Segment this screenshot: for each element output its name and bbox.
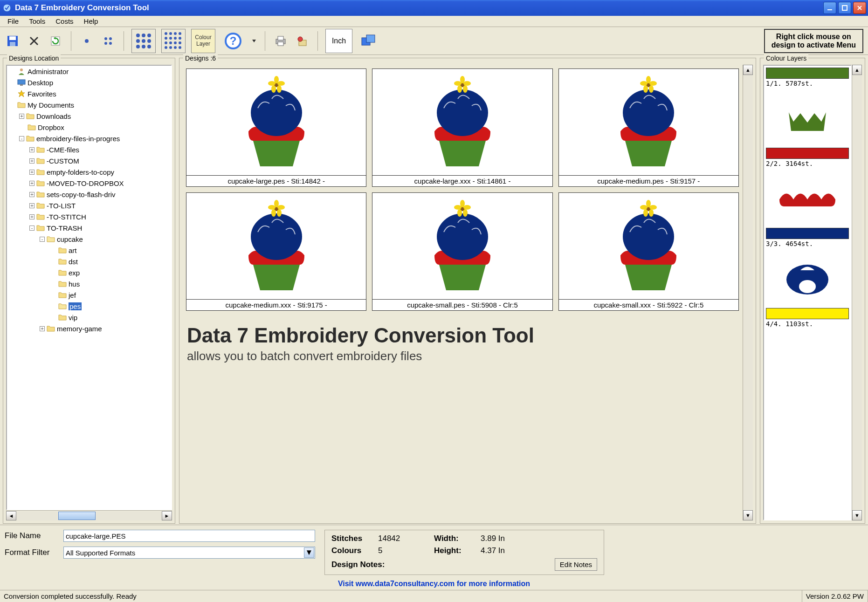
expand-icon[interactable]: + — [29, 203, 34, 208]
svg-rect-46 — [366, 35, 375, 42]
menu-costs[interactable]: Costs — [51, 16, 78, 27]
tree-item[interactable]: Desktop — [7, 77, 171, 88]
designs-panel: Designs :6 cupcake-large.pes - Sti:14842… — [179, 58, 756, 524]
tree-item[interactable]: pes — [7, 301, 171, 312]
tree-item[interactable]: vip — [7, 312, 171, 323]
help-icon[interactable]: ? — [221, 29, 245, 53]
tree-item[interactable]: Dropbox — [7, 122, 171, 133]
grid-3x3-icon[interactable] — [131, 29, 156, 53]
design-thumbnail[interactable]: cupcake-medium.pes - Sti:9157 - — [558, 68, 739, 187]
svg-point-78 — [437, 213, 488, 260]
expand-icon[interactable]: + — [29, 147, 34, 152]
tree-item[interactable]: art — [7, 245, 171, 256]
visit-link[interactable]: Visit www.data7consultancy.com for more … — [5, 580, 863, 588]
tree-item[interactable]: jef — [7, 289, 171, 301]
panel-title-left: Designs Location — [7, 55, 61, 62]
colour-layer-item[interactable]: 4/4. 1103st. — [766, 308, 849, 328]
scroll-down-icon[interactable]: ▼ — [852, 510, 862, 520]
design-thumbnail[interactable]: cupcake-small.pes - Sti:5908 - Clr:5 — [372, 192, 552, 311]
tree-hscrollbar[interactable]: ◄ ► — [6, 510, 172, 520]
folder-open-icon — [58, 302, 67, 310]
tree-item[interactable]: Favorites — [7, 88, 171, 99]
tree-item[interactable]: exp — [7, 267, 171, 278]
single-dot-icon[interactable] — [79, 33, 95, 49]
expand-icon[interactable]: - — [40, 237, 45, 242]
expand-icon[interactable]: + — [40, 326, 45, 331]
tree-item[interactable]: dst — [7, 256, 171, 267]
colour-layers-panel: Colour Layers 1/1. 5787st. 2/2. 3164st. … — [760, 58, 865, 524]
scroll-up-icon[interactable]: ▲ — [743, 65, 753, 75]
tree-item[interactable]: +Downloads — [7, 110, 171, 122]
design-thumbnail[interactable]: cupcake-large.pes - Sti:14842 - — [186, 68, 366, 187]
svg-point-22 — [169, 32, 172, 35]
tree-item-label: empty-folders-to-copy — [47, 168, 114, 176]
expand-icon[interactable]: + — [29, 214, 34, 219]
tree-item[interactable]: -TO-TRASH — [7, 222, 171, 233]
windows-icon[interactable] — [358, 33, 379, 49]
layers-vscrollbar[interactable]: ▲ ▼ — [852, 65, 862, 520]
expand-icon[interactable]: + — [29, 181, 34, 186]
tree-item[interactable]: +-CME-files — [7, 144, 171, 155]
format-filter-select[interactable] — [63, 547, 315, 559]
tree-item[interactable]: -cupcake — [7, 233, 171, 245]
maximize-button[interactable] — [838, 2, 851, 14]
minimize-button[interactable] — [823, 2, 836, 14]
tree-item[interactable]: +empty-folders-to-copy — [7, 166, 171, 178]
tree-item[interactable]: +memory-game — [7, 323, 171, 334]
tree-item[interactable]: +sets-copy-to-flash-driv — [7, 189, 171, 200]
svg-rect-49 — [20, 84, 23, 86]
dropdown-arrow-icon[interactable] — [251, 33, 257, 49]
svg-point-67 — [649, 81, 657, 86]
tree-item[interactable]: +-MOVED-TO-DROPBOX — [7, 178, 171, 189]
scroll-left-icon[interactable]: ◄ — [6, 511, 16, 520]
expand-icon[interactable]: + — [29, 170, 34, 175]
scroll-right-icon[interactable]: ► — [162, 511, 172, 520]
tree-item[interactable]: -embroidery-files-in-progres — [7, 133, 171, 144]
tree-item[interactable]: My Documents — [7, 99, 171, 110]
svg-point-27 — [174, 37, 177, 40]
print-icon[interactable] — [273, 33, 289, 49]
units-inch-button[interactable]: Inch — [325, 29, 352, 53]
close-button[interactable] — [853, 2, 866, 14]
svg-point-71 — [251, 213, 302, 260]
menu-file[interactable]: File — [3, 16, 23, 27]
tree-item-label: Downloads — [36, 112, 71, 120]
expand-icon[interactable]: + — [19, 114, 24, 119]
delete-icon[interactable] — [26, 33, 42, 49]
colour-layer-item[interactable]: 3/3. 4654st. — [766, 228, 849, 305]
expand-icon[interactable]: - — [29, 226, 34, 231]
tree-item[interactable]: Administrator — [7, 66, 171, 77]
file-name-input[interactable] — [63, 530, 315, 542]
colour-layer-button[interactable]: Colour Layer — [191, 29, 215, 53]
menu-help[interactable]: Help — [79, 16, 103, 27]
tree-item[interactable]: +-TO-LIST — [7, 200, 171, 211]
folder-tree[interactable]: AdministratorDesktopFavoritesMy Document… — [6, 65, 172, 510]
grid-4x4-icon[interactable] — [161, 29, 186, 53]
scroll-down-icon[interactable]: ▼ — [743, 510, 753, 520]
status-message: Conversion completed successfully. Ready — [0, 590, 802, 602]
expand-icon[interactable]: + — [29, 158, 34, 164]
dropdown-icon[interactable]: ▼ — [304, 547, 314, 558]
tree-item-label: -CUSTOM — [47, 157, 79, 165]
menu-tools[interactable]: Tools — [24, 16, 50, 27]
designs-vscrollbar[interactable]: ▲ ▼ — [743, 65, 753, 520]
design-thumbnail[interactable]: cupcake-small.xxx - Sti:5922 - Clr:5 — [558, 192, 739, 311]
four-dots-icon[interactable] — [100, 33, 116, 49]
tree-item[interactable]: +-TO-STITCH — [7, 211, 171, 222]
colour-layer-item[interactable]: 2/2. 3164st. — [766, 148, 849, 225]
edit-notes-button[interactable]: Edit Notes — [555, 558, 597, 571]
tree-item[interactable]: hus — [7, 278, 171, 289]
settings-icon[interactable] — [294, 33, 310, 49]
cupcake-preview — [186, 193, 366, 299]
colour-layer-item[interactable]: 1/1. 5787st. — [766, 68, 849, 145]
save-icon[interactable] — [5, 33, 21, 49]
refresh-icon[interactable] — [48, 33, 63, 49]
tree-item[interactable]: +-CUSTOM — [7, 155, 171, 166]
scroll-up-icon[interactable]: ▲ — [852, 65, 862, 75]
design-thumbnail[interactable]: cupcake-medium.xxx - Sti:9175 - — [186, 192, 366, 311]
expand-icon[interactable]: + — [29, 192, 34, 197]
svg-point-54 — [277, 85, 282, 93]
scroll-thumb[interactable] — [58, 512, 96, 520]
expand-icon[interactable]: - — [19, 136, 24, 141]
design-thumbnail[interactable]: cupcake-large.xxx - Sti:14861 - — [372, 68, 552, 187]
